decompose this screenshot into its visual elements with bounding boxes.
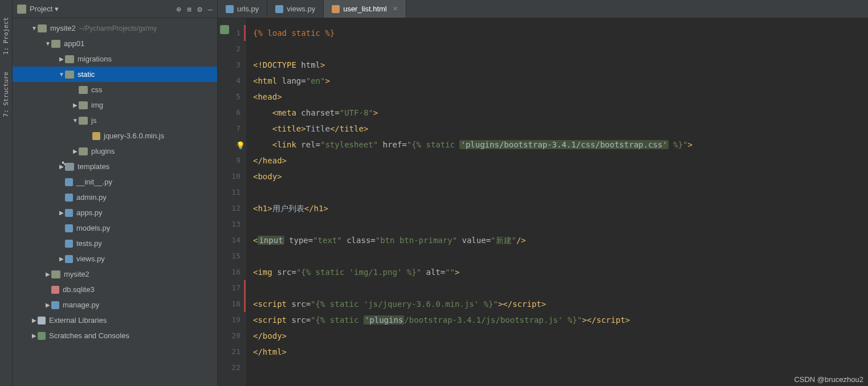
tree-label: app01: [64, 39, 84, 48]
folder-icon: [65, 55, 74, 63]
tree-row[interactable]: tests.py: [13, 236, 217, 251]
gear-icon[interactable]: ⚙: [197, 5, 202, 14]
watermark: CSDN @brucezhou2: [794, 375, 863, 384]
line-number: 12: [218, 200, 241, 216]
tool-project[interactable]: 1: Project: [2, 17, 10, 55]
py-icon: [65, 224, 73, 232]
tree-arrow-icon[interactable]: ▼: [44, 40, 51, 47]
tree-row[interactable]: ▶mysite2: [13, 266, 217, 282]
tree-row[interactable]: ▼static: [13, 67, 217, 82]
project-title[interactable]: Project ▾: [30, 5, 176, 13]
tree-arrow-icon[interactable]: ▶: [31, 317, 38, 323]
tree-label: templates: [78, 162, 109, 171]
intention-bulb-icon[interactable]: 💡: [236, 138, 244, 146]
tree-row[interactable]: ▶migrations: [13, 51, 217, 67]
sort-icon[interactable]: ≡: [187, 5, 191, 14]
line-number: 16: [218, 264, 241, 280]
target-icon[interactable]: ⊕: [176, 5, 181, 14]
tree-row[interactable]: jquery-3.6.0.min.js: [13, 128, 217, 143]
tree-arrow-icon[interactable]: ▼: [72, 117, 79, 124]
tree-label: jquery-3.6.0.min.js: [104, 132, 164, 140]
close-icon[interactable]: ✕: [393, 5, 398, 13]
line-number: 14: [218, 232, 241, 248]
line-number: 7: [218, 121, 241, 137]
tree-label: admin.py: [76, 193, 107, 202]
tree-row[interactable]: ▶apps.py: [13, 205, 217, 220]
tool-structure[interactable]: 7: Structure: [2, 72, 10, 117]
js-icon: [92, 132, 100, 140]
gutter-status-icon: [220, 25, 229, 34]
line-number: 20: [218, 328, 241, 344]
editor-tab[interactable]: user_list.html✕: [324, 0, 406, 18]
line-number: 5: [218, 89, 241, 105]
db-icon: [51, 286, 59, 294]
tree-label: Scratches and Consoles: [49, 331, 129, 340]
project-icon: [17, 5, 26, 14]
line-number: 21: [218, 344, 241, 360]
folder-icon: [79, 117, 88, 125]
py-icon: [65, 178, 73, 186]
tree-arrow-icon[interactable]: ▶: [44, 271, 51, 277]
tree-row[interactable]: ▶External Libraries: [13, 313, 217, 328]
tree-arrow-icon[interactable]: ▶: [58, 163, 65, 170]
tree-label: apps.py: [76, 208, 103, 217]
file-icon: [275, 5, 283, 13]
tree-label: External Libraries: [49, 316, 107, 325]
tree-arrow-icon[interactable]: ▶: [58, 256, 65, 262]
file-icon: [332, 5, 340, 13]
tree-arrow-icon[interactable]: ▶: [58, 210, 65, 216]
line-number: 9: [218, 153, 241, 169]
tree-row[interactable]: ▼app01: [13, 36, 217, 51]
tree-arrow-icon[interactable]: ▶: [72, 102, 79, 108]
tree-arrow-icon[interactable]: ▼: [31, 25, 38, 31]
tree-label: views.py: [76, 254, 105, 263]
editor-gutter: 💡 12345678910111213141516171819202122: [218, 18, 246, 386]
minimize-icon[interactable]: —: [208, 5, 213, 14]
error-stripe: [244, 280, 246, 296]
tree-row[interactable]: ▶img: [13, 97, 217, 113]
tree-arrow-icon[interactable]: ▶: [72, 148, 79, 154]
project-tree[interactable]: ▼mysite2~/PycharmProjects/gx/my▼app01▶mi…: [13, 18, 217, 386]
folder-icon: [79, 86, 88, 94]
editor-tab[interactable]: urls.py: [218, 0, 267, 18]
py-icon: [65, 194, 73, 202]
py-icon: [65, 255, 73, 263]
tree-label: __init__.py: [76, 178, 112, 186]
tree-label: manage.py: [63, 301, 99, 309]
tree-path: ~/PycharmProjects/gx/my: [79, 24, 157, 32]
tree-row[interactable]: admin.py: [13, 190, 217, 205]
tree-row[interactable]: ▶views.py: [13, 251, 217, 266]
tree-row[interactable]: models.py: [13, 220, 217, 236]
tree-arrow-icon[interactable]: ▶: [58, 56, 65, 62]
folder-icon: [51, 40, 60, 48]
project-header: Project ▾ ⊕ ≡ ⚙ —: [13, 0, 217, 18]
tree-row[interactable]: ▼mysite2~/PycharmProjects/gx/my: [13, 20, 217, 36]
tree-row[interactable]: ▶plugins: [13, 143, 217, 159]
error-stripe: [244, 296, 246, 312]
tree-row[interactable]: ▼js: [13, 113, 217, 128]
editor-tab[interactable]: views.py: [267, 0, 324, 18]
lib-icon: [38, 317, 46, 325]
folder-icon: [65, 71, 74, 79]
tree-arrow-icon[interactable]: ▼: [58, 71, 65, 77]
tool-window-bar-left: 1: Project 7: Structure: [0, 0, 13, 386]
tree-label: plugins: [91, 147, 115, 155]
tree-row[interactable]: __init__.py: [13, 174, 217, 190]
editor-tabs: urls.pyviews.pyuser_list.html✕: [218, 0, 868, 18]
tree-arrow-icon[interactable]: ▶: [31, 332, 38, 339]
tree-label: db.sqlite3: [63, 285, 95, 294]
tree-label: css: [91, 85, 103, 94]
tree-row[interactable]: ▶Scratches and Consoles: [13, 328, 217, 343]
tree-arrow-icon[interactable]: ▶: [44, 302, 51, 308]
folder-icon: [79, 147, 88, 155]
tree-row[interactable]: css: [13, 82, 217, 97]
tree-row[interactable]: ▶manage.py: [13, 297, 217, 313]
tree-label: mysite2: [50, 24, 76, 32]
project-panel: Project ▾ ⊕ ≡ ⚙ — ▼mysite2~/PycharmProje…: [13, 0, 218, 386]
tree-row[interactable]: ▶templates: [13, 159, 217, 174]
tree-row[interactable]: db.sqlite3: [13, 282, 217, 297]
folder-icon: [51, 270, 60, 278]
line-number: 10: [218, 169, 241, 184]
editor-code[interactable]: {% load static %} <!DOCTYPE html><html l…: [246, 18, 868, 386]
editor-area: urls.pyviews.pyuser_list.html✕ 💡 1234567…: [218, 0, 868, 386]
